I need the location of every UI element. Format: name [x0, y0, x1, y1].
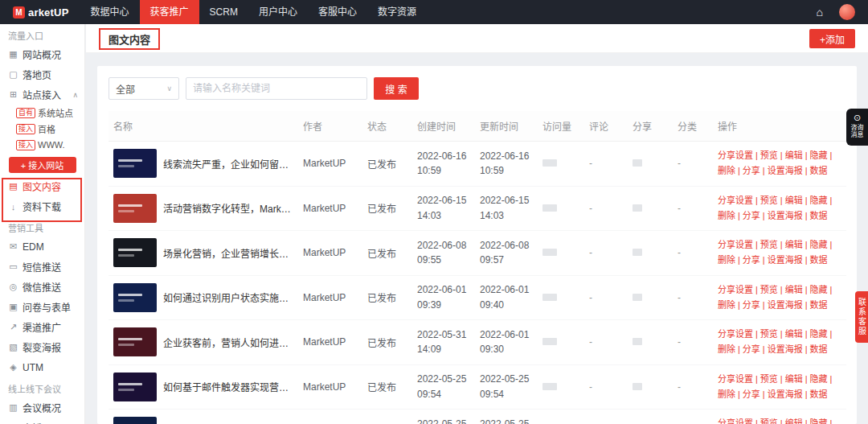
- nav-item[interactable]: 数字资源: [367, 0, 427, 24]
- nav-item[interactable]: 数据中心: [80, 0, 140, 24]
- sidebar-item[interactable]: ▣问卷与表单: [0, 297, 84, 317]
- utm-icon: ◈: [8, 362, 18, 373]
- action-link[interactable]: 设置海报: [768, 389, 803, 399]
- action-link[interactable]: 数据: [810, 344, 828, 354]
- action-link[interactable]: 编辑: [785, 196, 803, 205]
- action-link[interactable]: 分享: [743, 300, 760, 310]
- action-link[interactable]: 数据: [810, 255, 828, 265]
- nav-item[interactable]: 用户中心: [248, 0, 308, 24]
- connect-site-button[interactable]: + 接入网站: [9, 157, 76, 173]
- action-link[interactable]: 编辑: [785, 418, 803, 424]
- search-button[interactable]: 搜 索: [374, 77, 419, 100]
- action-link[interactable]: 预览: [760, 374, 778, 384]
- article-title[interactable]: 场景化营销，企业营销增长的新...: [163, 246, 293, 260]
- action-link[interactable]: 数据: [810, 211, 828, 220]
- sidebar-item[interactable]: ▧裂变海报: [0, 337, 84, 357]
- action-link[interactable]: 设置海报: [768, 211, 803, 220]
- sidebar-item[interactable]: ◈UTM: [0, 357, 84, 377]
- sidebar-subitem-label: 系统站点: [38, 106, 73, 119]
- article-title[interactable]: 线索流失严重，企业如何留住来...: [163, 157, 293, 171]
- action-link[interactable]: 分享设置: [718, 240, 753, 249]
- action-link[interactable]: 预览: [760, 418, 778, 424]
- action-link[interactable]: 隐藏: [810, 240, 828, 249]
- sidebar-item[interactable]: ◉直播: [0, 418, 84, 424]
- article-title[interactable]: 如何基于邮件触发器实现营销自...: [163, 380, 293, 393]
- search-input[interactable]: [186, 77, 367, 100]
- sidebar-item[interactable]: ✉EDM: [0, 237, 84, 257]
- message-float-tab[interactable]: ⊙ 咨询消息: [846, 109, 868, 146]
- logo[interactable]: M arketUP: [0, 6, 80, 19]
- created-time: 09:54: [417, 387, 470, 402]
- action-link[interactable]: 隐藏: [810, 329, 828, 339]
- action-link[interactable]: 编辑: [785, 150, 803, 160]
- action-link[interactable]: 分享设置: [718, 285, 753, 294]
- action-link[interactable]: 预览: [760, 329, 778, 339]
- logo-text: arketUP: [28, 6, 69, 19]
- action-link[interactable]: 分享: [743, 166, 760, 175]
- sidebar-item[interactable]: ↗渠道推广: [0, 317, 84, 337]
- action-link[interactable]: 分享: [743, 389, 760, 399]
- comments-cell: -: [584, 275, 628, 320]
- sidebar-item[interactable]: ▤图文内容: [0, 176, 84, 196]
- action-link[interactable]: 数据: [810, 389, 828, 399]
- action-link[interactable]: 分享设置: [718, 150, 753, 160]
- action-link[interactable]: 隐藏: [810, 374, 828, 384]
- action-link[interactable]: 编辑: [785, 374, 803, 384]
- category-select[interactable]: 全部 ∨: [108, 77, 179, 100]
- avatar[interactable]: [839, 4, 855, 20]
- sidebar-subitem[interactable]: 自有系统站点: [0, 105, 84, 121]
- action-link[interactable]: 隐藏: [810, 196, 828, 205]
- action-link[interactable]: 删除: [718, 166, 735, 175]
- action-link[interactable]: 隐藏: [810, 150, 828, 160]
- home-icon[interactable]: ⌂: [817, 0, 823, 24]
- action-link[interactable]: 编辑: [785, 285, 803, 294]
- contact-service-tab[interactable]: 联系客服: [855, 291, 868, 343]
- sidebar-item[interactable]: ▦网站概况: [0, 44, 84, 64]
- action-link[interactable]: 删除: [718, 255, 735, 265]
- sidebar-item[interactable]: ◎微信推送: [0, 277, 84, 297]
- nav-item[interactable]: 客服中心: [308, 0, 367, 24]
- action-link[interactable]: 编辑: [785, 240, 803, 249]
- action-link[interactable]: 分享: [743, 344, 760, 354]
- action-link[interactable]: 删除: [718, 389, 735, 399]
- nav-item[interactable]: SCRM: [199, 0, 248, 24]
- action-link[interactable]: 隐藏: [810, 418, 828, 424]
- action-link[interactable]: 分享设置: [718, 374, 753, 384]
- created-time: 10:59: [417, 163, 470, 179]
- action-link[interactable]: 数据: [810, 166, 828, 175]
- action-link[interactable]: 编辑: [785, 329, 803, 339]
- action-link[interactable]: 设置海报: [768, 255, 803, 265]
- action-link[interactable]: 删除: [718, 211, 735, 220]
- action-link[interactable]: 预览: [760, 196, 778, 205]
- action-link[interactable]: 删除: [718, 300, 735, 310]
- sidebar-item-label: EDM: [23, 241, 78, 253]
- action-link[interactable]: 设置海报: [768, 344, 803, 354]
- action-link[interactable]: 设置海报: [768, 166, 803, 175]
- action-link[interactable]: 隐藏: [810, 285, 828, 294]
- updated-cell: 2022-05-2509:36: [475, 410, 538, 424]
- action-link[interactable]: 预览: [760, 150, 778, 160]
- sidebar-item[interactable]: ▭短信推送: [0, 257, 84, 277]
- action-link[interactable]: 预览: [760, 285, 778, 294]
- article-title[interactable]: 如何通过识别用户状态实施精准...: [163, 290, 293, 304]
- action-link[interactable]: 分享: [743, 211, 760, 220]
- action-link[interactable]: 分享: [743, 255, 760, 265]
- sidebar-item[interactable]: ⊞站点接入∧: [0, 84, 84, 105]
- action-link[interactable]: 删除: [718, 344, 735, 354]
- nav-item[interactable]: 获客推广: [140, 0, 199, 24]
- add-button[interactable]: +添加: [809, 29, 855, 48]
- sidebar-subitem[interactable]: 接入WWW.: [0, 137, 84, 153]
- action-link[interactable]: 预览: [760, 240, 778, 249]
- action-link[interactable]: 数据: [810, 300, 828, 310]
- action-link[interactable]: 分享设置: [718, 329, 753, 339]
- sidebar-item[interactable]: ▥会议概况: [0, 397, 84, 418]
- action-link[interactable]: 分享设置: [718, 196, 753, 205]
- article-title[interactable]: 企业获客前，营销人如何进行前...: [163, 335, 293, 349]
- action-link[interactable]: 分享设置: [718, 418, 753, 424]
- ops-separator: |: [780, 285, 783, 294]
- article-title[interactable]: 活动营销数字化转型，MarketU...: [163, 201, 293, 215]
- action-link[interactable]: 设置海报: [768, 300, 803, 310]
- sidebar-item[interactable]: ▢落地页: [0, 64, 84, 84]
- sidebar-subitem[interactable]: 接入百格: [0, 121, 84, 137]
- sidebar-item[interactable]: ↓资料下载: [0, 196, 84, 216]
